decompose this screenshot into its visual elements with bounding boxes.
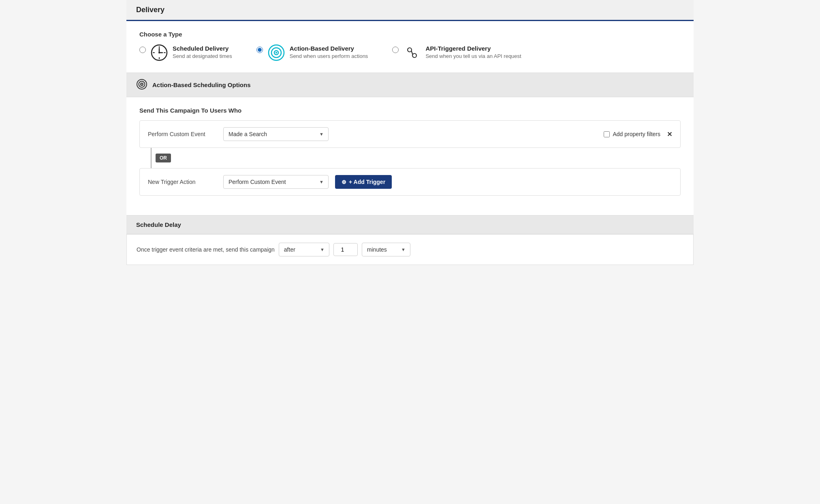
add-trigger-button[interactable]: ⊕ + Add Trigger xyxy=(335,175,392,189)
api-triggered-delivery-title: API-Triggered Delivery xyxy=(425,45,521,52)
action-based-delivery-radio[interactable] xyxy=(256,47,263,53)
action-based-delivery-option[interactable]: Action-Based Delivery Send when users pe… xyxy=(256,45,368,61)
delay-value-input[interactable] xyxy=(333,243,358,256)
scheduling-section: Send This Campaign To Users Who Perform … xyxy=(126,97,694,205)
send-campaign-title: Send This Campaign To Users Who xyxy=(139,107,681,114)
api-triggered-delivery-radio[interactable] xyxy=(392,47,399,53)
or-badge: OR xyxy=(156,154,171,162)
action-based-section-title: Action-Based Scheduling Options xyxy=(152,81,251,88)
schedule-delay-title: Schedule Delay xyxy=(136,221,684,228)
scheduled-delivery-text: Scheduled Delivery Send at designated ti… xyxy=(173,45,232,59)
after-select-wrapper[interactable]: after immediately on the next xyxy=(279,243,329,256)
schedule-delay-prefix: Once trigger event criteria are met, sen… xyxy=(137,246,275,253)
action-based-section-icon xyxy=(136,79,147,91)
svg-point-18 xyxy=(141,84,142,85)
add-property-filters-label[interactable]: Add property filters xyxy=(613,131,661,137)
add-trigger-label: + Add Trigger xyxy=(349,179,385,185)
action-based-section-header: Action-Based Scheduling Options xyxy=(126,73,694,97)
delivery-options: Scheduled Delivery Send at designated ti… xyxy=(139,45,681,61)
action-based-delivery-title: Action-Based Delivery xyxy=(290,45,368,52)
svg-point-13 xyxy=(412,53,416,58)
delivery-header: Delivery xyxy=(126,0,694,21)
scheduled-delivery-option[interactable]: Scheduled Delivery Send at designated ti… xyxy=(139,45,232,61)
action-based-delivery-icon xyxy=(268,44,285,61)
perform-custom-event-label: Perform Custom Event xyxy=(148,131,217,137)
action-based-delivery-subtitle: Send when users perform actions xyxy=(290,53,368,59)
scheduled-delivery-title: Scheduled Delivery xyxy=(173,45,232,52)
time-unit-select[interactable]: minutes hours days weeks xyxy=(362,243,410,256)
add-property-filters-container: Add property filters ✕ xyxy=(604,130,673,138)
new-trigger-label: New Trigger Action xyxy=(148,179,217,185)
first-trigger-row: Perform Custom Event Made a Search Perfo… xyxy=(139,120,681,148)
api-triggered-delivery-subtitle: Send when you tell us via an API request xyxy=(425,53,521,59)
choose-type-section: Choose a Type xyxy=(126,21,694,73)
event-select-wrapper[interactable]: Made a Search Perform Custom Event Made … xyxy=(223,127,329,141)
or-divider-line xyxy=(151,148,152,168)
api-triggered-delivery-icon xyxy=(404,44,421,61)
new-trigger-select-wrapper[interactable]: Perform Custom Event Made a Search Made … xyxy=(223,175,329,189)
add-trigger-plus-icon: ⊕ xyxy=(342,179,346,185)
action-based-delivery-text: Action-Based Delivery Send when users pe… xyxy=(290,45,368,59)
schedule-delay-content: Once trigger event criteria are met, sen… xyxy=(126,234,694,265)
new-trigger-select[interactable]: Perform Custom Event Made a Search Made … xyxy=(223,175,329,189)
event-select[interactable]: Made a Search Perform Custom Event Made … xyxy=(223,127,329,141)
scheduled-delivery-subtitle: Send at designated times xyxy=(173,53,232,59)
schedule-delay-section: Schedule Delay Once trigger event criter… xyxy=(126,215,694,265)
delivery-title: Delivery xyxy=(136,6,684,14)
add-property-filters-checkbox[interactable] xyxy=(604,131,610,137)
scheduled-delivery-radio[interactable] xyxy=(139,47,146,53)
api-triggered-delivery-text: API-Triggered Delivery Send when you tel… xyxy=(425,45,521,59)
choose-type-label: Choose a Type xyxy=(139,31,681,38)
scheduled-delivery-icon xyxy=(151,44,168,61)
svg-point-11 xyxy=(275,52,277,53)
time-unit-select-wrapper[interactable]: minutes hours days weeks xyxy=(362,243,410,256)
after-select[interactable]: after immediately on the next xyxy=(279,243,329,256)
new-trigger-row: New Trigger Action Perform Custom Event … xyxy=(139,168,681,196)
remove-trigger-button[interactable]: ✕ xyxy=(667,130,672,138)
api-triggered-delivery-option[interactable]: API-Triggered Delivery Send when you tel… xyxy=(392,45,521,61)
or-divider: OR xyxy=(139,148,681,168)
schedule-delay-header: Schedule Delay xyxy=(126,215,694,234)
svg-line-14 xyxy=(412,51,413,54)
svg-point-12 xyxy=(408,48,412,52)
